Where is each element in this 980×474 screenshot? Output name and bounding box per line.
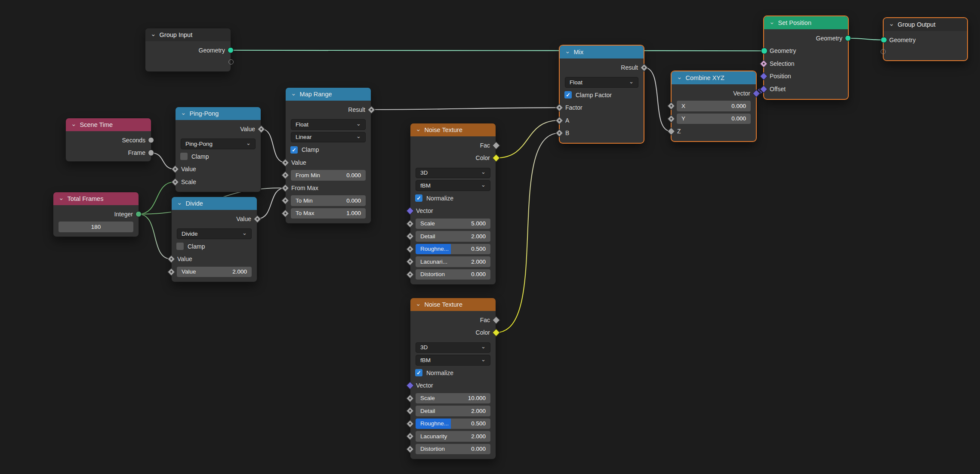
node-header[interactable]: ⌄Map Range bbox=[286, 88, 371, 101]
node-header[interactable]: ⌄Mix bbox=[560, 46, 644, 58]
field-value[interactable]: 180 bbox=[59, 222, 133, 232]
node-total-frames[interactable]: ⌄Total FramesInteger180 bbox=[53, 192, 139, 237]
field-to-max[interactable]: To Max1.000 bbox=[291, 208, 366, 219]
collapse-chevron-icon[interactable]: ⌄ bbox=[177, 199, 182, 206]
wire[interactable] bbox=[261, 129, 286, 163]
node-header[interactable]: ⌄Combine XYZ bbox=[672, 71, 756, 84]
field-label: Roughne... bbox=[420, 246, 449, 252]
collapse-chevron-icon[interactable]: ⌄ bbox=[416, 126, 421, 132]
socket-in-geometry[interactable] bbox=[761, 48, 767, 54]
node-group-input[interactable]: ⌄Group InputGeometry bbox=[145, 28, 231, 72]
dropdown-linear[interactable]: Linear⌄ bbox=[291, 132, 366, 143]
collapse-chevron-icon[interactable]: ⌄ bbox=[71, 120, 77, 127]
node-header[interactable]: ⌄Ping-Pong bbox=[176, 107, 261, 120]
field-scale[interactable]: Scale10.000 bbox=[416, 393, 490, 404]
field-lacunari[interactable]: Lacunari...2.000 bbox=[416, 256, 490, 267]
field-y[interactable]: Y0.000 bbox=[677, 114, 751, 124]
wire[interactable] bbox=[644, 68, 672, 132]
field-value: 0.000 bbox=[346, 197, 361, 204]
field-detail[interactable]: Detail2.000 bbox=[416, 406, 490, 416]
wire[interactable] bbox=[139, 214, 172, 259]
collapse-chevron-icon[interactable]: ⌄ bbox=[291, 90, 296, 96]
checkbox-clamp-factor[interactable]: ✓ bbox=[564, 91, 572, 98]
dropdown-3d[interactable]: 3D⌄ bbox=[416, 168, 490, 179]
socket-dot bbox=[174, 168, 176, 170]
collapse-chevron-icon[interactable]: ⌄ bbox=[565, 48, 570, 54]
collapse-chevron-icon[interactable]: ⌄ bbox=[181, 109, 186, 116]
field-from-min[interactable]: From Min0.000 bbox=[291, 170, 366, 181]
collapse-chevron-icon[interactable]: ⌄ bbox=[889, 20, 894, 27]
socket-out-geometry[interactable] bbox=[228, 47, 234, 54]
node-set-position[interactable]: ⌄Set PositionGeometryGeometrySelectionPo… bbox=[764, 16, 848, 99]
checkbox-label: Clamp bbox=[302, 146, 319, 153]
wire[interactable] bbox=[496, 120, 560, 158]
field-x[interactable]: X0.000 bbox=[677, 101, 751, 111]
socket-row: Vector bbox=[410, 379, 496, 392]
node-header[interactable]: ⌄Noise Texture bbox=[410, 298, 496, 311]
collapse-chevron-icon[interactable]: ⌄ bbox=[151, 31, 156, 37]
socket-out-frame[interactable] bbox=[148, 150, 154, 156]
checkbox-clamp[interactable] bbox=[180, 153, 188, 160]
node-noise-texture-1[interactable]: ⌄Noise TextureFacColor3D⌄fBM⌄✓NormalizeV… bbox=[410, 123, 496, 285]
checkbox-normalize[interactable]: ✓ bbox=[415, 369, 422, 376]
checkbox-label: Clamp bbox=[188, 243, 205, 250]
dropdown-ping-pong[interactable]: Ping-Pong⌄ bbox=[181, 139, 256, 149]
wire[interactable] bbox=[496, 133, 560, 332]
field-distortion[interactable]: Distortion0.000 bbox=[416, 269, 490, 280]
node-group-output[interactable]: ⌄Group OutputGeometry bbox=[883, 18, 968, 61]
field-roughne[interactable]: Roughne...0.500 bbox=[416, 419, 490, 429]
field-lacunarity[interactable]: Lacunarity2.000 bbox=[416, 431, 490, 442]
wire[interactable] bbox=[231, 50, 764, 51]
dropdown-fbm[interactable]: fBM⌄ bbox=[416, 180, 490, 191]
socket-out-seconds[interactable] bbox=[148, 137, 154, 144]
node-scene-time[interactable]: ⌄Scene TimeSecondsFrame bbox=[65, 118, 151, 162]
node-divide[interactable]: ⌄DivideValueDivide⌄ClampValueValue2.000 bbox=[171, 197, 257, 282]
socket-label: Value bbox=[181, 166, 196, 172]
collapse-chevron-icon[interactable]: ⌄ bbox=[59, 194, 64, 201]
node-header[interactable]: ⌄Noise Texture bbox=[410, 123, 496, 136]
dropdown-3d[interactable]: 3D⌄ bbox=[416, 342, 490, 353]
dropdown-row: 3D⌄ bbox=[410, 341, 496, 354]
node-header[interactable]: ⌄Divide bbox=[172, 197, 257, 210]
virtual-socket[interactable] bbox=[228, 59, 234, 65]
node-editor-canvas[interactable]: ⌄Group InputGeometry⌄Scene TimeSecondsFr… bbox=[0, 0, 980, 474]
wire[interactable] bbox=[139, 182, 176, 214]
node-map-range[interactable]: ⌄Map RangeResultFloat⌄Linear⌄✓ClampValue… bbox=[285, 87, 371, 224]
wire[interactable] bbox=[151, 153, 176, 169]
node-header[interactable]: ⌄Group Output bbox=[884, 18, 967, 31]
node-header[interactable]: ⌄Scene Time bbox=[66, 118, 151, 131]
node-mix[interactable]: ⌄MixResultFloat⌄✓Clamp FactorFactorAB bbox=[559, 45, 644, 143]
wire[interactable] bbox=[257, 188, 286, 219]
checkbox-clamp[interactable] bbox=[176, 243, 184, 250]
dropdown-value: fBM bbox=[420, 182, 431, 189]
field-distortion[interactable]: Distortion0.000 bbox=[416, 444, 490, 455]
node-header[interactable]: ⌄Group Input bbox=[145, 28, 231, 41]
node-header[interactable]: ⌄Total Frames bbox=[53, 192, 139, 205]
dropdown-fbm[interactable]: fBM⌄ bbox=[416, 355, 490, 366]
dropdown-divide[interactable]: Divide⌄ bbox=[177, 228, 252, 239]
dropdown-row: fBM⌄ bbox=[410, 179, 496, 192]
collapse-chevron-icon[interactable]: ⌄ bbox=[769, 18, 775, 25]
socket-out-integer[interactable] bbox=[136, 211, 142, 218]
field-to-min[interactable]: To Min0.000 bbox=[291, 195, 366, 206]
dropdown-float[interactable]: Float⌄ bbox=[565, 77, 638, 88]
collapse-chevron-icon[interactable]: ⌄ bbox=[416, 300, 421, 307]
socket-in-geometry[interactable] bbox=[881, 37, 887, 43]
dropdown-float[interactable]: Float⌄ bbox=[291, 119, 366, 130]
field-scale[interactable]: Scale5.000 bbox=[416, 219, 490, 229]
collapse-chevron-icon[interactable]: ⌄ bbox=[677, 74, 682, 80]
field-value: 0.000 bbox=[471, 271, 486, 277]
socket-dot bbox=[558, 119, 561, 121]
node-header[interactable]: ⌄Set Position bbox=[764, 16, 848, 29]
node-noise-texture-2[interactable]: ⌄Noise TextureFacColor3D⌄fBM⌄✓NormalizeV… bbox=[410, 298, 496, 459]
field-roughne[interactable]: Roughne...0.500 bbox=[416, 244, 490, 255]
virtual-socket[interactable] bbox=[881, 49, 886, 54]
socket-row: Fac bbox=[410, 139, 496, 152]
checkbox-clamp[interactable]: ✓ bbox=[290, 146, 298, 154]
node-ping-pong[interactable]: ⌄Ping-PongValuePing-Pong⌄ClampValueScale bbox=[175, 107, 261, 192]
field-value[interactable]: Value2.000 bbox=[177, 267, 252, 277]
checkbox-normalize[interactable]: ✓ bbox=[415, 194, 422, 202]
socket-out-geometry[interactable] bbox=[845, 35, 851, 42]
node-combine-xyz[interactable]: ⌄Combine XYZVectorX0.000Y0.000Z bbox=[671, 71, 756, 142]
field-detail[interactable]: Detail2.000 bbox=[416, 231, 490, 242]
